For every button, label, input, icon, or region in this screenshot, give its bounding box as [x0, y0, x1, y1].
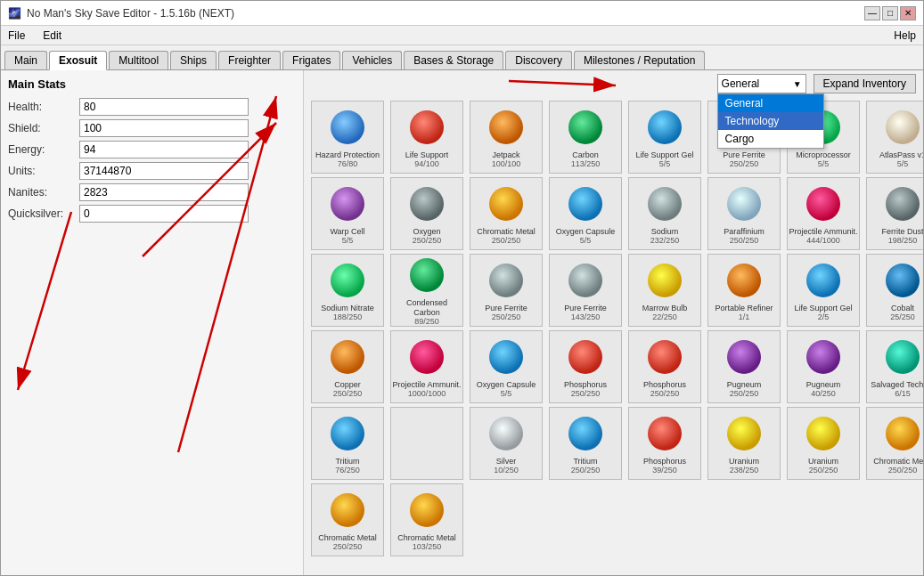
inventory-item-37[interactable]: [390, 407, 463, 480]
inventory-item-43[interactable]: Chromatic Metal 250/250: [866, 407, 923, 480]
inventory-item-20[interactable]: Pure Ferrite 250/250: [470, 254, 543, 327]
inventory-item-12[interactable]: Oxygen Capsule 5/5: [549, 177, 622, 250]
inventory-item-9[interactable]: Warp Cell 5/5: [311, 177, 384, 250]
item-amount-36: 76/250: [335, 466, 360, 475]
inventory-item-42[interactable]: Uranium 250/250: [787, 407, 860, 480]
main-window: 🌌 No Man's Sky Save Editor - 1.5.16b (NE…: [0, 0, 924, 576]
inventory-item-23[interactable]: Portable Refiner 1/1: [707, 254, 781, 327]
inventory-item-27[interactable]: Copper 250/250: [311, 330, 384, 403]
stat-label-energy: Energy:: [8, 143, 79, 156]
tab-frigates[interactable]: Frigates: [282, 51, 340, 69]
tab-bases-storage[interactable]: Bases & Storage: [404, 51, 503, 69]
item-amount-4: 5/5: [659, 159, 671, 168]
svg-point-17: [489, 187, 523, 221]
item-icon-16: [881, 183, 923, 225]
item-name-36: Tritium: [335, 457, 359, 466]
inventory-type-dropdown[interactable]: General ▼ General Technology Cargo: [717, 74, 806, 93]
tab-ships[interactable]: Ships: [170, 51, 217, 69]
stat-label-nanites: Nanites:: [8, 186, 79, 199]
item-amount-34: 6/15: [895, 389, 911, 398]
svg-point-18: [568, 187, 602, 221]
inventory-item-21[interactable]: Pure Ferrite 143/250: [549, 254, 622, 327]
inventory-item-30[interactable]: Phosphorus 250/250: [549, 330, 622, 403]
expand-inventory-button[interactable]: Expand Inventory: [814, 74, 916, 93]
inventory-item-15[interactable]: Projectile Ammunit. 444/1000: [787, 177, 860, 250]
inventory-item-32[interactable]: Pugneum 250/250: [707, 330, 781, 403]
item-amount-31: 250/250: [650, 389, 680, 398]
dropdown-option-cargo[interactable]: Cargo: [718, 130, 823, 148]
inventory-item-10[interactable]: Oxygen 250/250: [390, 177, 463, 250]
inventory-item-41[interactable]: Uranium 238/250: [707, 407, 781, 480]
inventory-item-28[interactable]: Projectile Ammunit. 1000/1000: [390, 330, 463, 403]
inventory-item-22[interactable]: Marrow Bulb 22/250: [628, 254, 701, 327]
menu-edit[interactable]: Edit: [39, 28, 65, 43]
tab-milestones[interactable]: Milestones / Reputation: [574, 51, 705, 69]
tab-multitool[interactable]: Multitool: [109, 51, 168, 69]
maximize-button[interactable]: □: [882, 6, 898, 20]
tab-freighter[interactable]: Freighter: [218, 51, 281, 69]
inventory-item-33[interactable]: Pugneum 40/250: [787, 330, 860, 403]
stat-input-shield[interactable]: [79, 119, 249, 137]
item-name-42: Uranium: [808, 457, 838, 466]
item-name-10: Oxygen: [413, 227, 440, 237]
inventory-item-24[interactable]: Life Support Gel 2/5: [787, 254, 860, 327]
tab-exosuit[interactable]: Exosuit: [49, 51, 107, 70]
inventory-item-3[interactable]: Carbon 113/250: [549, 101, 622, 174]
item-amount-7: 5/5: [897, 159, 909, 168]
inventory-item-39[interactable]: Tritium 250/250: [549, 407, 622, 480]
svg-point-34: [410, 340, 444, 374]
menu-file[interactable]: File: [4, 28, 29, 43]
close-button[interactable]: ✕: [900, 6, 916, 20]
item-name-9: Warp Cell: [330, 227, 364, 237]
inventory-item-16[interactable]: Ferrite Dust 198/250: [866, 177, 923, 250]
svg-point-44: [568, 417, 602, 450]
svg-point-15: [331, 187, 364, 221]
stat-input-energy[interactable]: [79, 141, 249, 158]
stat-input-units[interactable]: [79, 162, 249, 180]
tab-main[interactable]: Main: [4, 51, 47, 69]
stat-input-nanites[interactable]: [79, 183, 249, 201]
item-name-0: Hazard Protection: [315, 150, 380, 160]
inventory-item-7[interactable]: AtlasPass v1 5/5: [866, 101, 923, 174]
minimize-button[interactable]: —: [864, 6, 880, 20]
item-name-2: Jetpack: [492, 150, 519, 160]
stat-input-health[interactable]: [79, 98, 249, 116]
inventory-item-0[interactable]: Hazard Protection 76/80: [311, 101, 384, 174]
item-name-24: Life Support Gel: [794, 304, 852, 313]
item-name-38: Silver: [496, 457, 517, 466]
svg-point-27: [568, 264, 602, 297]
item-amount-5: 250/250: [730, 159, 759, 168]
item-name-23: Portable Refiner: [715, 304, 773, 313]
tab-discovery[interactable]: Discovery: [505, 51, 572, 69]
inventory-item-36[interactable]: Tritium 76/250: [311, 407, 384, 480]
inventory-item-38[interactable]: Silver 10/250: [470, 407, 543, 480]
inventory-item-4[interactable]: Life Support Gel 5/5: [628, 101, 701, 174]
help-button[interactable]: Help: [890, 28, 920, 43]
inventory-item-18[interactable]: Sodium Nitrate 188/250: [311, 254, 384, 327]
stat-input-quicksilver[interactable]: [79, 205, 249, 223]
inventory-item-2[interactable]: Jetpack 100/100: [470, 101, 543, 174]
inventory-item-19[interactable]: Condensed Carbon 89/250: [390, 254, 463, 327]
inventory-item-46[interactable]: Chromatic Metal 103/250: [390, 483, 463, 556]
item-amount-11: 250/250: [492, 236, 521, 245]
inventory-item-45[interactable]: Chromatic Metal 250/250: [311, 483, 384, 556]
inventory-item-29[interactable]: Oxygen Capsule 5/5: [470, 330, 543, 403]
item-name-5: Pure Ferrite: [723, 150, 765, 160]
svg-point-24: [331, 264, 364, 297]
item-icon-10: [405, 183, 448, 225]
item-name-46: Chromatic Metal: [397, 533, 456, 543]
inventory-item-25[interactable]: Cobalt 25/250: [866, 254, 923, 327]
inventory-item-1[interactable]: Life Support 94/100: [390, 101, 463, 174]
tab-vehicles[interactable]: Vehicles: [342, 51, 402, 69]
dropdown-option-technology[interactable]: Technology: [718, 112, 823, 130]
right-panel: General ▼ General Technology Cargo Expan…: [304, 70, 923, 575]
inventory-item-11[interactable]: Chromatic Metal 250/250: [470, 177, 543, 250]
dropdown-option-general[interactable]: General: [718, 94, 823, 112]
inventory-item-14[interactable]: Paraffinium 250/250: [707, 177, 781, 250]
item-icon-29: [485, 336, 527, 378]
stat-row-health: Health:: [8, 98, 296, 116]
inventory-item-31[interactable]: Phosphorus 250/250: [628, 330, 701, 403]
inventory-item-34[interactable]: Salvaged Techno. 6/15: [866, 330, 923, 403]
inventory-item-13[interactable]: Sodium 232/250: [628, 177, 701, 250]
inventory-item-40[interactable]: Phosphorus 39/250: [628, 407, 701, 480]
